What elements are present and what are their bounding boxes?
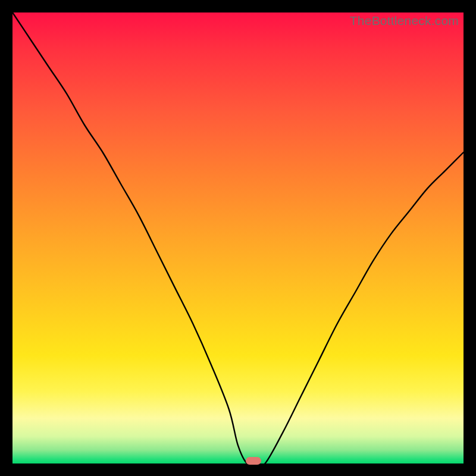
bottleneck-curve xyxy=(12,12,464,464)
chart-frame: TheBottleneck.com xyxy=(0,0,476,476)
optimal-marker xyxy=(246,457,261,465)
plot-area: TheBottleneck.com xyxy=(12,12,464,464)
